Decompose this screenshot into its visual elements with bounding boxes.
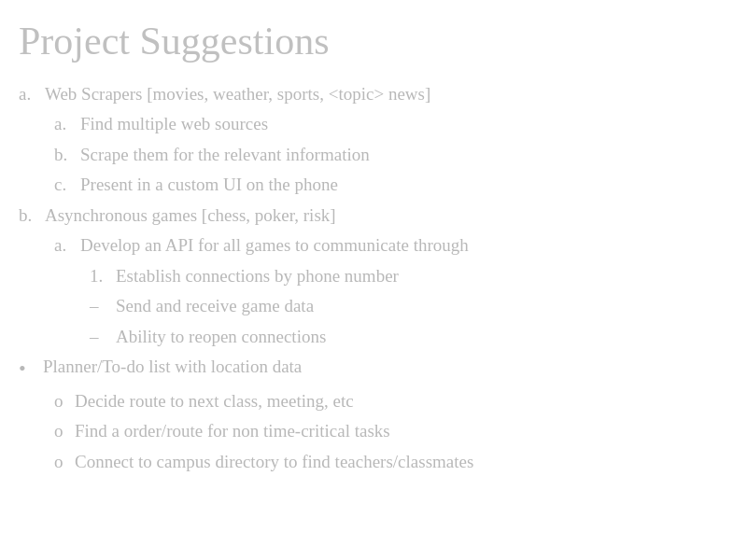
list-item-prefix: – (90, 292, 116, 319)
list-item: oDecide route to next class, meeting, et… (54, 387, 728, 414)
list-item-text: Web Scrapers [movies, weather, sports, <… (45, 80, 728, 107)
list-item-prefix: o (54, 417, 75, 444)
list-item-text: Scrape them for the relevant information (80, 141, 728, 168)
list-item-text: Find a order/route for non time-critical… (75, 417, 728, 444)
list-item: b.Scrape them for the relevant informati… (54, 141, 728, 168)
list-item-text: Present in a custom UI on the phone (80, 171, 728, 198)
slide-title: Project Suggestions (19, 19, 728, 63)
content-area: a.Web Scrapers [movies, weather, sports,… (19, 80, 728, 475)
list-item-text: Develop an API for all games to communic… (80, 231, 728, 259)
list-item: –Ability to reopen connections (90, 323, 728, 350)
list-item-prefix: o (54, 448, 75, 475)
list-item: a.Find multiple web sources (54, 110, 728, 137)
list-item-text: Send and receive game data (116, 292, 728, 319)
list-item: •Planner/To-do list with location data (19, 353, 728, 385)
list-item: c.Present in a custom UI on the phone (54, 171, 728, 198)
list-item: oFind a order/route for non time-critica… (54, 417, 728, 444)
list-item: a.Web Scrapers [movies, weather, sports,… (19, 80, 728, 107)
list-item-text: Find multiple web sources (80, 110, 728, 137)
list-item-text: Establish connections by phone number (116, 262, 728, 289)
list-item-prefix: • (19, 353, 43, 385)
list-item-prefix: – (90, 323, 116, 350)
list-item-prefix: a. (54, 231, 80, 259)
list-item-text: Connect to campus directory to find teac… (75, 448, 728, 475)
list-item-prefix: b. (19, 202, 45, 229)
list-item-prefix: o (54, 387, 75, 414)
list-item: –Send and receive game data (90, 292, 728, 319)
list-item-prefix: a. (19, 80, 45, 107)
list-item-prefix: a. (54, 110, 80, 137)
list-item: a.Develop an API for all games to commun… (54, 231, 728, 259)
list-item-prefix: 1. (90, 262, 116, 289)
list-item: 1.Establish connections by phone number (90, 262, 728, 289)
list-item-prefix: c. (54, 171, 80, 198)
list-item: oConnect to campus directory to find tea… (54, 448, 728, 475)
list-item-prefix: b. (54, 141, 80, 168)
list-item-text: Planner/To-do list with location data (43, 353, 728, 380)
list-item-text: Asynchronous games [chess, poker, risk] (45, 202, 728, 229)
list-item-text: Decide route to next class, meeting, etc (75, 387, 728, 414)
list-item: b.Asynchronous games [chess, poker, risk… (19, 202, 728, 229)
list-item-text: Ability to reopen connections (116, 323, 728, 350)
slide: Project Suggestions a.Web Scrapers [movi… (0, 0, 747, 560)
